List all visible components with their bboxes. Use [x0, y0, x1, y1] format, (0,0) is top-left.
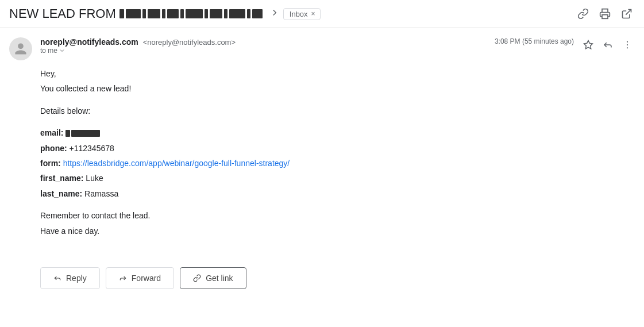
sender-meta: 3:08 PM (55 minutes ago): [495, 37, 635, 52]
get-link-button[interactable]: Get link: [180, 267, 246, 289]
reply-icon-button[interactable]: [600, 37, 615, 52]
field-phone: phone: +112345678: [40, 142, 635, 155]
redact-block: [119, 9, 124, 18]
redact-block: [186, 9, 203, 18]
open-external-icon-button[interactable]: [619, 6, 635, 22]
get-link-label: Get link: [206, 274, 233, 283]
redact-block: [142, 9, 146, 18]
reply-button[interactable]: Reply: [40, 267, 100, 289]
print-icon-button[interactable]: [597, 6, 613, 22]
link-btn-icon: [193, 274, 201, 282]
footer-line2: Have a nice day.: [40, 225, 635, 237]
sender-name-line: noreply@notifyleads.com <noreply@notifyl…: [40, 37, 495, 47]
greeting: Hey,: [40, 67, 635, 80]
svg-line-1: [626, 10, 631, 15]
inbox-tag[interactable]: Inbox ×: [283, 8, 321, 20]
field-email-label: email:: [40, 128, 63, 137]
forward-button[interactable]: Forward: [106, 267, 174, 289]
svg-point-3: [627, 41, 628, 43]
email-body: Hey, You collected a new lead! Details b…: [0, 65, 644, 249]
more-icon-button[interactable]: [620, 37, 635, 52]
field-first-name: first_name: Luke: [40, 172, 635, 184]
header-actions: [575, 6, 635, 22]
svg-point-4: [627, 44, 628, 45]
sender-info: noreply@notifyleads.com <noreply@notifyl…: [40, 37, 495, 55]
reply-btn-icon: [53, 274, 61, 282]
field-phone-value: +112345678: [70, 144, 114, 153]
redact-block: [180, 9, 184, 18]
field-last-name-label: last_name:: [40, 189, 82, 198]
forward-btn-icon: [119, 274, 127, 282]
to-me[interactable]: to me: [40, 47, 495, 55]
redact-block: [224, 9, 227, 18]
redact-block: [71, 130, 100, 137]
field-form: form: https://leadsbridge.com/app/webina…: [40, 157, 635, 170]
subject-redacted: [119, 9, 263, 18]
redact-block: [162, 9, 165, 18]
footer-line1: Remember to contact the lead.: [40, 209, 635, 222]
details-heading: Details below:: [40, 105, 635, 117]
link-icon-button[interactable]: [575, 6, 591, 22]
field-email-value-redacted: [65, 130, 100, 137]
sender-email-bracket: <noreply@notifyleads.com>: [143, 38, 236, 47]
svg-point-5: [627, 47, 628, 48]
field-first-name-value: Luke: [86, 174, 103, 183]
timestamp: 3:08 PM (55 minutes ago): [495, 37, 574, 45]
to-me-label: to me: [40, 47, 57, 55]
field-form-label: form:: [40, 159, 61, 168]
redact-block: [167, 9, 179, 18]
redact-block: [65, 130, 70, 137]
svg-rect-0: [602, 15, 608, 19]
reply-label: Reply: [66, 274, 87, 283]
field-email: email:: [40, 126, 635, 139]
subject-prefix: NEW LEAD FROM: [9, 6, 116, 21]
redact-block: [252, 9, 263, 18]
field-first-name-label: first_name:: [40, 174, 83, 183]
collected-text: You collected a new lead!: [40, 82, 635, 95]
field-last-name: last_name: Ramassa: [40, 187, 635, 200]
sender-row: noreply@notifyleads.com <noreply@notifyl…: [0, 28, 644, 65]
meta-icons: [581, 37, 635, 52]
avatar: [9, 37, 32, 60]
redact-block: [126, 9, 141, 18]
redact-block: [205, 9, 208, 18]
field-last-name-value: Ramassa: [84, 189, 118, 198]
action-bar: Reply Forward Get link: [0, 258, 644, 298]
avatar-icon: [14, 42, 28, 56]
svg-marker-2: [584, 41, 593, 49]
inbox-arrow-icon: [269, 6, 280, 21]
inbox-tag-label: Inbox: [290, 10, 308, 18]
inbox-tag-close[interactable]: ×: [311, 10, 315, 18]
redact-block: [229, 9, 245, 18]
redact-block: [148, 9, 160, 18]
email-header: NEW LEAD FROM Inbox ×: [0, 0, 644, 28]
field-form-link[interactable]: https://leadsbridge.com/app/webinar/goog…: [63, 159, 290, 168]
redact-block: [247, 9, 250, 18]
chevron-down-icon: [59, 47, 65, 54]
field-phone-label: phone:: [40, 144, 67, 153]
star-icon-button[interactable]: [581, 37, 596, 52]
sender-name: noreply@notifyleads.com: [40, 37, 138, 47]
subject-line: NEW LEAD FROM Inbox ×: [9, 6, 569, 21]
redact-block: [210, 9, 222, 18]
forward-label: Forward: [132, 274, 161, 283]
